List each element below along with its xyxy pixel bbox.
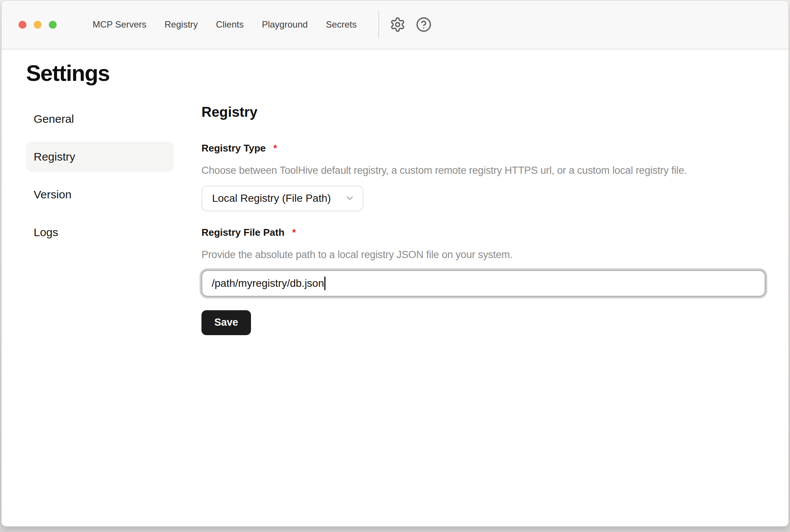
settings-sidebar: General Registry Version Logs: [26, 104, 173, 335]
app-window: MCP Servers Registry Clients Playground …: [1, 0, 789, 527]
titlebar: MCP Servers Registry Clients Playground …: [2, 0, 788, 49]
registry-file-path-label-row: Registry File Path *: [201, 227, 766, 238]
sidebar-item-registry[interactable]: Registry: [26, 142, 173, 172]
settings-gear-button[interactable]: [390, 17, 406, 32]
registry-type-selected-value: Local Registry (File Path): [212, 192, 331, 204]
registry-file-path-description: Provide the absolute path to a local reg…: [201, 249, 766, 261]
sidebar-item-logs[interactable]: Logs: [26, 217, 173, 247]
registry-file-path-label: Registry File Path: [201, 227, 285, 238]
window-controls: [2, 21, 57, 29]
section-heading: Registry: [201, 104, 766, 121]
page-title: Settings: [26, 60, 766, 87]
chevron-down-icon: [345, 193, 355, 203]
minimize-button[interactable]: [34, 21, 42, 29]
gear-icon: [390, 17, 406, 32]
registry-type-description: Choose between ToolHive default registry…: [201, 164, 766, 176]
desktop-background: MCP Servers Registry Clients Playground …: [0, 0, 790, 532]
text-cursor: [324, 277, 325, 290]
registry-type-label: Registry Type: [201, 142, 266, 154]
save-button[interactable]: Save: [201, 310, 251, 335]
titlebar-divider: [378, 11, 379, 39]
nav-mcp-servers[interactable]: MCP Servers: [93, 19, 146, 30]
help-icon: [416, 17, 432, 32]
sidebar-item-version[interactable]: Version: [26, 179, 173, 210]
zoom-button[interactable]: [49, 21, 57, 29]
registry-settings-panel: Registry Registry Type * Choose between …: [201, 104, 766, 335]
sidebar-item-general[interactable]: General: [26, 104, 173, 134]
close-button[interactable]: [19, 21, 26, 29]
nav-secrets[interactable]: Secrets: [326, 19, 356, 30]
nav-playground[interactable]: Playground: [262, 19, 308, 30]
settings-page: Settings General Registry Version Logs R…: [2, 49, 788, 335]
required-asterisk: *: [273, 142, 277, 154]
required-asterisk: *: [292, 227, 296, 238]
registry-type-select[interactable]: Local Registry (File Path): [201, 186, 363, 211]
top-navigation: MCP Servers Registry Clients Playground …: [93, 19, 356, 30]
registry-file-path-input[interactable]: /path/myregistry/db.json: [201, 270, 765, 297]
registry-file-path-value: /path/myregistry/db.json: [212, 277, 324, 289]
registry-type-label-row: Registry Type *: [201, 142, 766, 154]
nav-registry[interactable]: Registry: [164, 19, 198, 30]
nav-clients[interactable]: Clients: [216, 19, 243, 30]
help-button[interactable]: [416, 17, 432, 32]
